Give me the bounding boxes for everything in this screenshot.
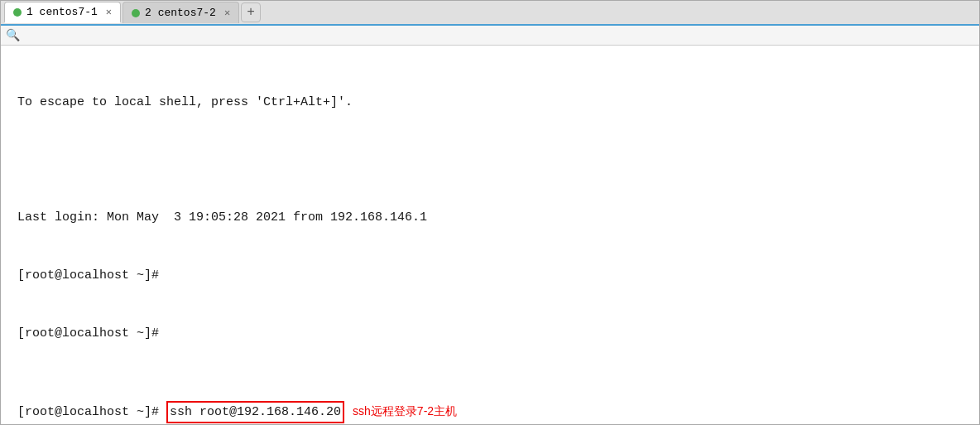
- last-login-1-text: Last login: Mon May 3 19:05:28 2021 from…: [17, 208, 427, 227]
- line-prompt-1: [root@localhost ~]#: [17, 266, 963, 285]
- line-ssh-command: [root@localhost ~]# ssh root@192.168.146…: [17, 401, 963, 423]
- new-tab-button[interactable]: +: [241, 2, 261, 22]
- line-last-login-1: Last login: Mon May 3 19:05:28 2021 from…: [17, 208, 963, 227]
- line-blank: [17, 150, 963, 169]
- line-prompt-2: [root@localhost ~]#: [17, 324, 963, 343]
- escape-text: To escape to local shell, press 'Ctrl+Al…: [17, 93, 353, 112]
- ssh-command-highlight: ssh root@192.168.146.20: [166, 401, 344, 423]
- search-icon[interactable]: 🔍: [6, 28, 20, 42]
- prompt-1-text: [root@localhost ~]#: [17, 266, 159, 285]
- tab-centos7-1[interactable]: 1 centos7-1 ✕: [4, 2, 121, 23]
- tab-label-2: 2 centos7-2: [145, 7, 216, 19]
- toolbar: 🔍: [1, 26, 979, 46]
- terminal-content[interactable]: To escape to local shell, press 'Ctrl+Al…: [1, 46, 979, 424]
- tab-status-dot-2: [132, 9, 140, 17]
- tab-close-button[interactable]: ✕: [106, 6, 112, 18]
- prompt-2-text: [root@localhost ~]#: [17, 324, 159, 343]
- tab-centos7-2[interactable]: 2 centos7-2 ✕: [122, 2, 239, 23]
- tab-bar: 1 centos7-1 ✕ 2 centos7-2 ✕ +: [1, 1, 979, 26]
- tab-status-dot: [13, 8, 22, 17]
- tab-label: 1 centos7-1: [26, 6, 98, 18]
- ssh-annotation: ssh远程登录7-2主机: [353, 403, 457, 421]
- line-escape: To escape to local shell, press 'Ctrl+Al…: [17, 93, 963, 112]
- terminal-window: 1 centos7-1 ✕ 2 centos7-2 ✕ + 🔍 To escap…: [0, 0, 980, 425]
- ssh-prefix: [root@localhost ~]#: [17, 403, 166, 422]
- tab-close-button-2[interactable]: ✕: [224, 7, 230, 19]
